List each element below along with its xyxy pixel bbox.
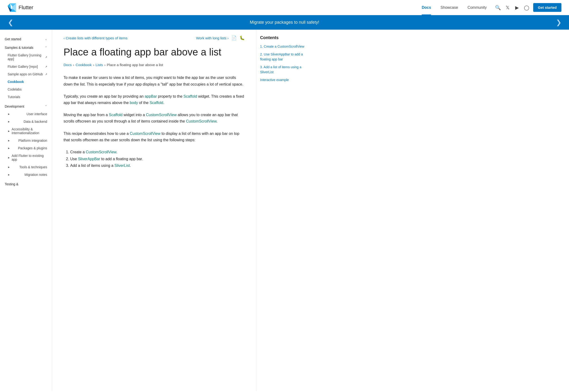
next-page-link[interactable]: Work with long lists › xyxy=(196,36,228,40)
breadcrumb-lists[interactable]: Lists xyxy=(96,63,103,67)
sidebar-item-packages-plugins[interactable]: ► Packages & plugins xyxy=(0,144,52,152)
scaffold-link-1[interactable]: Scaffold xyxy=(184,94,197,98)
arrow-right-icon: ► xyxy=(8,147,10,150)
toc-item-3[interactable]: 3. Add a list of items using a SliverLis… xyxy=(260,65,309,75)
sidebar-sub-label: User interface xyxy=(27,112,47,116)
sidebar-item-migration-notes[interactable]: ► Migration notes xyxy=(0,171,52,179)
toc-sidebar: Contents 1. Create a CustomScrollView 2.… xyxy=(256,30,313,391)
sidebar-item-flutter-gallery-running[interactable]: Flutter Gallery [running app] ↗ xyxy=(0,51,52,63)
main-content: ‹ Create lists with different types of i… xyxy=(52,30,256,391)
twitter-icon[interactable]: 𝕏 xyxy=(505,5,511,10)
arrow-right-icon: ► xyxy=(8,120,10,123)
sidebar-sub-label: Flutter Gallery [repo] xyxy=(8,65,38,69)
sidebar-item-tutorials[interactable]: Tutorials xyxy=(0,93,52,101)
sidebar-section-get-started: Get started ⌄ xyxy=(0,35,52,43)
banner: ❮ Migrate your packages to null safety! … xyxy=(0,15,569,30)
sidebar: Get started ⌄ Samples & tutorials ⌃ Flut… xyxy=(0,30,52,391)
sidebar-item-development[interactable]: Development ⌃ xyxy=(0,103,52,110)
breadcrumb-cookbook[interactable]: Cookbook xyxy=(76,63,92,67)
breadcrumb-docs[interactable]: Docs xyxy=(64,63,71,67)
banner-next-arrow[interactable]: ❯ xyxy=(554,18,563,27)
sliverlist-step-link[interactable]: SliverList xyxy=(114,164,130,168)
paragraph-1: To make it easier for users to view a li… xyxy=(64,74,245,87)
sidebar-item-label: Development xyxy=(5,105,24,108)
search-icon[interactable]: 🔍 xyxy=(495,5,501,10)
customscrollview-link-3[interactable]: CustomScrollView xyxy=(130,132,160,136)
bug-icon[interactable]: 🐛 xyxy=(240,35,245,41)
paragraph-4: This recipe demonstrates how to use a Cu… xyxy=(64,130,245,143)
step-2: Use SliverAppBar to add a floating app b… xyxy=(70,156,245,163)
sidebar-item-label: Get started xyxy=(5,37,21,41)
sidebar-sub-label: Add Flutter to existing app xyxy=(12,154,47,161)
sidebar-sub-label: Packages & plugins xyxy=(18,146,47,150)
breadcrumb-sep-1: › xyxy=(73,63,74,67)
sidebar-sub-label: Tutorials xyxy=(8,95,20,99)
sidebar-item-data-backend[interactable]: ► Data & backend xyxy=(0,118,52,125)
sidebar-item-get-started[interactable]: Get started ⌄ xyxy=(0,35,52,43)
appbar-link[interactable]: appBar xyxy=(145,94,157,98)
nav-docs[interactable]: Docs xyxy=(417,0,436,15)
youtube-icon[interactable]: ▶ xyxy=(514,5,520,10)
sidebar-item-platform-integration[interactable]: ► Platform integration xyxy=(0,137,52,144)
sidebar-item-user-interface[interactable]: ► User interface xyxy=(0,110,52,118)
arrow-right-icon: ► xyxy=(8,173,10,176)
customscrollview-link-1[interactable]: CustomScrollView xyxy=(146,113,177,117)
github-icon[interactable]: ◯ xyxy=(524,5,529,10)
chevron-left-icon: ‹ xyxy=(64,36,65,40)
main-layout: Get started ⌄ Samples & tutorials ⌃ Flut… xyxy=(0,30,569,391)
sidebar-sub-label: Migration notes xyxy=(24,173,47,177)
paragraph-2: Typically, you create an app bar by prov… xyxy=(64,93,245,106)
logo-text: Flutter xyxy=(18,4,33,11)
chevron-right-icon: › xyxy=(227,36,228,40)
arrow-right-icon: ► xyxy=(8,130,10,132)
steps-list: Create a CustomScrollView. Use SliverApp… xyxy=(70,149,245,169)
scaffold-link-2[interactable]: Scaffold xyxy=(150,101,163,105)
get-started-button[interactable]: Get started xyxy=(533,3,561,12)
sidebar-sub-label: Sample apps on GitHub xyxy=(8,72,43,76)
sidebar-item-cookbook[interactable]: Cookbook xyxy=(0,78,52,85)
sidebar-item-accessibility[interactable]: ► Accessibility & internationalization xyxy=(0,125,52,137)
toc-item-interactive[interactable]: Interactive example xyxy=(260,78,309,83)
nav-showcase[interactable]: Showcase xyxy=(436,0,463,15)
arrow-right-icon: ► xyxy=(8,166,10,168)
toc-title: Contents xyxy=(260,35,309,40)
toc-item-2[interactable]: 2. Use SliverAppBar to add a floating ap… xyxy=(260,52,309,62)
chevron-down-icon: ⌄ xyxy=(45,37,47,41)
page-nav: ‹ Create lists with different types of i… xyxy=(64,35,245,41)
sidebar-item-sample-apps[interactable]: Sample apps on GitHub ↗ xyxy=(0,70,52,78)
sidebar-item-flutter-gallery-repo[interactable]: Flutter Gallery [repo] ↗ xyxy=(0,63,52,70)
external-link-icon: ↗ xyxy=(45,65,47,68)
prev-page-link[interactable]: ‹ Create lists with different types of i… xyxy=(64,36,128,40)
sidebar-item-tools-techniques[interactable]: ► Tools & techniques xyxy=(0,163,52,171)
sidebar-section-testing: Testing & xyxy=(0,180,52,188)
sidebar-sub-label: Data & backend xyxy=(24,120,47,124)
next-page-label: Work with long lists xyxy=(196,36,227,40)
customscrollview-step-link[interactable]: CustomScrollView xyxy=(86,150,116,154)
edit-icon[interactable]: 📄 xyxy=(231,35,237,41)
logo-link[interactable]: Flutter xyxy=(8,3,33,12)
sidebar-item-samples-tutorials[interactable]: Samples & tutorials ⌃ xyxy=(0,44,52,51)
customscrollview-link-2[interactable]: CustomScrollView xyxy=(186,119,216,123)
sidebar-item-testing[interactable]: Testing & xyxy=(0,180,52,188)
sidebar-sub-label: Tools & techniques xyxy=(19,165,47,169)
sidebar-sub-label: Codelabs xyxy=(8,87,22,91)
prev-page-label: Create lists with different types of ite… xyxy=(66,36,128,40)
sidebar-item-codelabs[interactable]: Codelabs xyxy=(0,85,52,93)
sidebar-item-label: Testing & xyxy=(5,182,18,186)
nav-community[interactable]: Community xyxy=(463,0,491,15)
sidebar-item-add-flutter[interactable]: ► Add Flutter to existing app xyxy=(0,152,52,163)
sidebar-sub-label: Accessibility & internationalization xyxy=(12,127,47,135)
external-link-icon: ↗ xyxy=(45,73,47,76)
toc-item-1[interactable]: 1. Create a CustomScrollView xyxy=(260,44,309,49)
chevron-up-icon: ⌃ xyxy=(45,46,47,49)
sliverappbar-step-link[interactable]: SliverAppBar xyxy=(78,157,100,161)
breadcrumb: Docs › Cookbook › Lists › Place a floati… xyxy=(64,63,245,67)
header-icons: 🔍 𝕏 ▶ ◯ xyxy=(495,5,529,10)
arrow-right-icon: ► xyxy=(8,139,10,142)
banner-prev-arrow[interactable]: ❮ xyxy=(6,18,15,27)
breadcrumb-sep-3: › xyxy=(104,63,105,67)
banner-text: Migrate your packages to null safety! xyxy=(250,20,319,25)
scaffold-link-3[interactable]: Scaffold xyxy=(109,113,123,117)
paragraph-3: Moving the app bar from a Scaffold widge… xyxy=(64,112,245,125)
body-link[interactable]: body xyxy=(130,101,138,105)
